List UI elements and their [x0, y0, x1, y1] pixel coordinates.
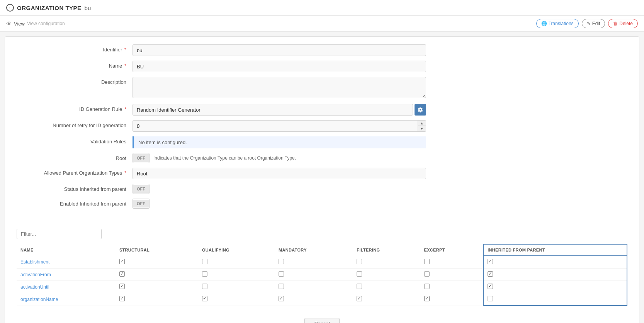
identifier-label: Identifier *	[17, 44, 133, 53]
root-row: Root OFF Indicates that the Organization…	[17, 153, 627, 163]
name-label: Name *	[17, 61, 133, 69]
allowed-parent-control: Root	[133, 168, 426, 179]
enabled-inherited-label: Enabled Inherited from parent	[17, 199, 133, 207]
col-qualifying: QUALIFYING	[198, 244, 275, 256]
page-header: ← ORGANIZATION TYPE bu	[0, 0, 644, 16]
status-inherited-row: Status Inherited from parent OFF	[17, 184, 627, 194]
page-title: ORGANIZATION TYPE	[17, 5, 82, 11]
enabled-inherited-toggle-label: OFF	[133, 200, 149, 207]
description-textarea[interactable]	[133, 77, 426, 98]
col-name: NAME	[17, 244, 116, 256]
table-header-row: NAME STRUCTURAL QUALIFYING MANDATORY FIL…	[17, 244, 627, 256]
view-label: View	[14, 21, 25, 27]
gear-button[interactable]	[415, 104, 426, 116]
validation-box: No item is configured.	[133, 136, 426, 148]
main-content: Identifier * Name * Description	[5, 36, 639, 323]
name-row: Name *	[17, 61, 627, 72]
enabled-inherited-control: OFF	[133, 199, 426, 209]
page-subtitle: bu	[85, 5, 91, 11]
retry-control: ▲ ▼	[133, 120, 426, 132]
number-spinners: ▲ ▼	[418, 121, 426, 131]
cancel-section: Cancel	[17, 314, 627, 323]
id-generation-row: ID Generation Rule * Random Identifier G…	[17, 104, 627, 116]
form-section: Identifier * Name * Description	[17, 44, 627, 209]
enabled-inherited-row: Enabled Inherited from parent OFF	[17, 199, 627, 209]
enabled-inherited-toggle[interactable]: OFF	[133, 199, 150, 209]
translations-button[interactable]: 🌐 Translations	[536, 19, 579, 28]
retry-number-input[interactable]	[133, 121, 418, 131]
root-toggle-label: OFF	[133, 154, 149, 162]
root-label: Root	[17, 153, 133, 161]
allowed-parent-select[interactable]: Root	[133, 168, 426, 179]
toolbar-right: 🌐 Translations ✎ Edit 🗑 Delete	[536, 19, 638, 28]
delete-button[interactable]: 🗑 Delete	[608, 19, 638, 28]
retry-row: Number of retry for ID generation ▲ ▼	[17, 120, 627, 132]
root-toggle[interactable]: OFF	[133, 153, 150, 163]
edit-icon: ✎	[587, 21, 591, 26]
spinner-down-button[interactable]: ▼	[418, 126, 426, 131]
id-generation-control: Random Identifier Generator	[133, 104, 426, 116]
view-icon: 👁	[6, 20, 12, 27]
status-inherited-toggle-label: OFF	[133, 185, 149, 193]
view-config-label: View configuration	[27, 21, 65, 26]
id-generation-label: ID Generation Rule *	[17, 104, 133, 112]
toolbar: 👁 View View configuration 🌐 Translations…	[0, 16, 644, 32]
cell-name[interactable]: organizationName	[17, 293, 116, 306]
table-row: organizationName ✓ ✓ ✓ ✓ ✓	[17, 293, 627, 306]
allowed-parent-label: Allowed Parent Organization Types *	[17, 168, 133, 176]
table-row: activationUntil ✓ ✓	[17, 281, 627, 293]
status-inherited-toggle[interactable]: OFF	[133, 184, 150, 194]
col-excerpt: EXCERPT	[420, 244, 484, 256]
allowed-parent-row: Allowed Parent Organization Types * Root	[17, 168, 627, 179]
validation-control: No item is configured.	[133, 136, 426, 148]
cell-name[interactable]: Establishment	[17, 256, 116, 269]
root-control: OFF Indicates that the Organization Type…	[133, 153, 426, 163]
filter-section: NAME STRUCTURAL QUALIFYING MANDATORY FIL…	[17, 229, 627, 306]
back-button[interactable]: ←	[6, 4, 14, 12]
status-inherited-control: OFF	[133, 184, 426, 194]
description-row: Description	[17, 77, 627, 99]
cell-name[interactable]: activationFrom	[17, 269, 116, 281]
gear-icon	[418, 107, 423, 112]
id-generation-select[interactable]: Random Identifier Generator	[133, 104, 413, 116]
edit-button[interactable]: ✎ Edit	[582, 19, 605, 28]
name-control	[133, 61, 426, 72]
spinner-up-button[interactable]: ▲	[418, 121, 426, 126]
root-toggle-wrap: OFF Indicates that the Organization Type…	[133, 153, 426, 163]
validation-label: Validation Rules	[17, 136, 133, 144]
toolbar-left: 👁 View View configuration	[6, 20, 65, 27]
identifier-control	[133, 44, 426, 56]
table-row: Establishment ✓ ✓	[17, 256, 627, 269]
root-toggle-hint: Indicates that the Organization Type can…	[153, 155, 296, 161]
description-label: Description	[17, 77, 133, 85]
filter-input[interactable]	[17, 229, 102, 239]
table-row: activationFrom ✓ ✓	[17, 269, 627, 281]
cancel-button[interactable]: Cancel	[304, 318, 339, 323]
description-control	[133, 77, 426, 99]
cell-name[interactable]: activationUntil	[17, 281, 116, 293]
identifier-input[interactable]	[133, 44, 426, 56]
col-inherited: INHERITED FROM PARENT	[483, 244, 627, 256]
attributes-table: NAME STRUCTURAL QUALIFYING MANDATORY FIL…	[17, 244, 627, 306]
col-structural: STRUCTURAL	[116, 244, 198, 256]
validation-text: No item is configured.	[138, 139, 187, 145]
number-input-wrap: ▲ ▼	[133, 120, 426, 132]
retry-label: Number of retry for ID generation	[17, 120, 133, 128]
globe-icon: 🌐	[541, 21, 547, 26]
delete-icon: 🗑	[613, 21, 618, 26]
col-mandatory: MANDATORY	[275, 244, 353, 256]
identifier-row: Identifier *	[17, 44, 627, 56]
status-inherited-label: Status Inherited from parent	[17, 184, 133, 192]
col-filtering: FILTERING	[353, 244, 420, 256]
id-generation-select-wrap: Random Identifier Generator	[133, 104, 426, 116]
name-input[interactable]	[133, 61, 426, 72]
validation-row: Validation Rules No item is configured.	[17, 136, 627, 148]
